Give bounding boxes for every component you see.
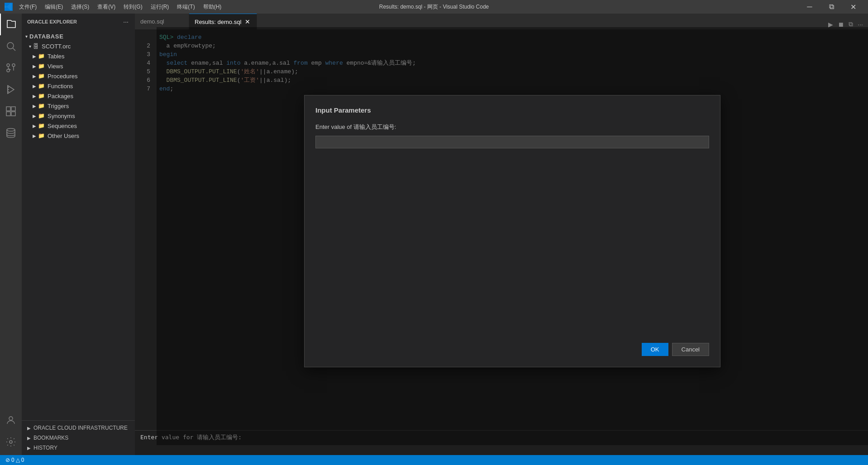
line-number-4: 4 xyxy=(135,59,157,67)
menu-edit[interactable]: 编辑(E) xyxy=(41,2,67,12)
activity-search[interactable] xyxy=(0,35,22,57)
bookmarks-label: BOOKMARKS xyxy=(33,435,68,441)
svg-line-1 xyxy=(13,48,16,51)
synonyms-chevron-icon: ▶ xyxy=(33,114,36,119)
svg-rect-7 xyxy=(6,107,10,111)
status-errors[interactable]: ⊘ 0 △ 0 xyxy=(4,457,26,463)
sequences-folder-icon: 📁 xyxy=(38,123,45,129)
scott-orc-label: SCOTT.orc xyxy=(42,43,71,50)
svg-point-0 xyxy=(7,43,14,49)
svg-point-3 xyxy=(12,64,15,66)
tab-close-button[interactable]: ✕ xyxy=(244,17,251,26)
tables-folder-icon: 📁 xyxy=(38,53,45,59)
menu-help[interactable]: 帮助(H) xyxy=(200,2,225,12)
triggers-folder-icon: 📁 xyxy=(38,103,45,109)
window-controls: ─ ⧉ ✕ xyxy=(799,0,863,14)
packages-folder-icon: 📁 xyxy=(38,93,45,99)
svg-rect-8 xyxy=(11,107,15,111)
sidebar-item-history[interactable]: ▶ HISTORY xyxy=(22,443,135,453)
window-title: Results: demo.sql - 网页 - Visual Studio C… xyxy=(379,3,489,11)
menu-bar: 文件(F) 编辑(E) 选择(S) 查看(V) 转到(G) 运行(R) 终端(T… xyxy=(15,2,225,12)
vscode-logo xyxy=(5,3,13,11)
menu-run[interactable]: 运行(R) xyxy=(147,2,173,12)
functions-chevron-icon: ▶ xyxy=(33,84,36,89)
sidebar-item-synonyms[interactable]: ▶ 📁 Synonyms xyxy=(22,111,135,121)
line-number-7: 7 xyxy=(135,85,157,93)
tables-label: Tables xyxy=(48,53,65,60)
history-chevron-icon: ▶ xyxy=(27,446,31,451)
oracle-cloud-label: ORACLE CLOUD INFRASTRUCTURE xyxy=(33,425,128,431)
other-users-folder-icon: 📁 xyxy=(38,133,45,139)
scott-orc-item[interactable]: ▾ 🗄 SCOTT.orc xyxy=(22,41,135,51)
packages-chevron-icon: ▶ xyxy=(33,94,36,99)
svg-point-11 xyxy=(7,128,15,131)
tab-demo-sql-label: demo.sql xyxy=(140,18,164,25)
sidebar-item-oracle-cloud[interactable]: ▶ ORACLE CLOUD INFRASTRUCTURE xyxy=(22,423,135,433)
menu-goto[interactable]: 转到(G) xyxy=(120,2,146,12)
views-folder-icon: 📁 xyxy=(38,63,45,69)
input-parameters-modal: Input Parameters Enter value of 请输入员工编号:… xyxy=(304,95,720,367)
sidebar-footer: ▶ ORACLE CLOUD INFRASTRUCTURE ▶ BOOKMARK… xyxy=(22,420,135,455)
status-bar: ⊘ 0 △ 0 xyxy=(0,455,868,465)
synonyms-label: Synonyms xyxy=(48,113,75,119)
activity-accounts[interactable] xyxy=(0,409,22,431)
sidebar-item-views[interactable]: ▶ 📁 Views xyxy=(22,61,135,71)
activity-bar-bottom xyxy=(0,409,22,455)
activity-source-control[interactable] xyxy=(0,57,22,79)
menu-file[interactable]: 文件(F) xyxy=(15,2,40,12)
menu-selection[interactable]: 选择(S) xyxy=(67,2,93,12)
views-chevron-icon: ▶ xyxy=(33,64,36,69)
sidebar-title: ORACLE EXPLORER xyxy=(27,19,77,24)
oracle-cloud-chevron-icon: ▶ xyxy=(27,426,31,431)
modal-label: Enter value of 请输入员工编号: xyxy=(315,123,709,131)
line-number-1 xyxy=(135,33,157,42)
svg-rect-10 xyxy=(11,112,15,116)
sidebar-more-button[interactable]: ··· xyxy=(122,17,129,26)
sidebar-item-other-users[interactable]: ▶ 📁 Other Users xyxy=(22,131,135,141)
restore-button[interactable]: ⧉ xyxy=(821,0,842,14)
cancel-button[interactable]: Cancel xyxy=(672,343,709,356)
close-button[interactable]: ✕ xyxy=(843,0,863,14)
sidebar-item-packages[interactable]: ▶ 📁 Packages xyxy=(22,91,135,101)
warning-count: 0 xyxy=(21,457,24,463)
activity-settings[interactable] xyxy=(0,431,22,453)
other-users-label: Other Users xyxy=(48,133,79,139)
svg-point-13 xyxy=(10,441,12,443)
scott-orc-db-icon: 🗄 xyxy=(33,43,39,50)
database-chevron-icon: ▾ xyxy=(25,34,28,39)
activity-extensions[interactable] xyxy=(0,100,22,122)
menu-terminal[interactable]: 终端(T) xyxy=(173,2,198,12)
modal-input[interactable] xyxy=(315,136,709,148)
database-section-header[interactable]: ▾ DATABASE xyxy=(22,32,135,41)
title-bar: 文件(F) 编辑(E) 选择(S) 查看(V) 转到(G) 运行(R) 终端(T… xyxy=(0,0,868,14)
ok-button[interactable]: OK xyxy=(642,343,668,356)
activity-bar xyxy=(0,14,22,455)
activity-explorer[interactable] xyxy=(0,14,22,35)
sidebar-item-bookmarks[interactable]: ▶ BOOKMARKS xyxy=(22,433,135,443)
functions-folder-icon: 📁 xyxy=(38,83,45,89)
editor-area: demo.sql Results: demo.sql ✕ ▶ ⏹ ⧉ ··· S… xyxy=(135,14,868,455)
sidebar-header: ORACLE EXPLORER ··· xyxy=(22,14,135,29)
sequences-label: Sequences xyxy=(48,123,77,129)
sidebar-item-procedures[interactable]: ▶ 📁 Procedures xyxy=(22,71,135,81)
sidebar-item-tables[interactable]: ▶ 📁 Tables xyxy=(22,51,135,61)
sidebar-header-actions: ··· xyxy=(122,17,129,26)
line-number-2: 2 xyxy=(135,42,157,50)
history-label: HISTORY xyxy=(33,445,57,451)
sidebar-item-triggers[interactable]: ▶ 📁 Triggers xyxy=(22,101,135,111)
modal-footer: OK Cancel xyxy=(315,343,709,356)
sidebar-item-functions[interactable]: ▶ 📁 Functions xyxy=(22,81,135,91)
minimize-button[interactable]: ─ xyxy=(799,0,820,14)
line-number-6: 6 xyxy=(135,76,157,85)
procedures-folder-icon: 📁 xyxy=(38,73,45,79)
activity-database[interactable] xyxy=(0,122,22,144)
functions-label: Functions xyxy=(48,83,73,90)
database-section-label: DATABASE xyxy=(29,33,64,40)
error-icon: ⊘ xyxy=(5,457,10,463)
menu-view[interactable]: 查看(V) xyxy=(94,2,119,12)
activity-run[interactable] xyxy=(0,79,22,100)
triggers-label: Triggers xyxy=(48,103,69,109)
sidebar-item-sequences[interactable]: ▶ 📁 Sequences xyxy=(22,121,135,131)
procedures-label: Procedures xyxy=(48,73,77,80)
sequences-chevron-icon: ▶ xyxy=(33,123,36,128)
